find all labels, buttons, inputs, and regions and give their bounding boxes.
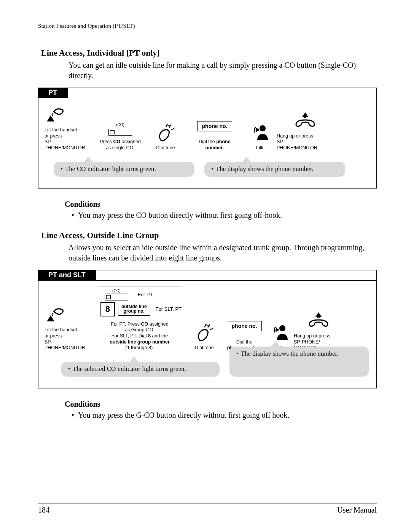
diagram-pt-slt: PT and SLT Lift the handset or press SP-… — [38, 270, 377, 388]
hang-up-icon — [294, 110, 317, 131]
note-selected-co-green: •The selected CO indicator light turns g… — [61, 362, 220, 377]
step1-caption: Lift the handset or press SP-PHONE/MONIT… — [45, 127, 90, 151]
step3-caption-b: Dial tone — [195, 345, 213, 351]
conditions-heading-1: Conditions — [65, 200, 377, 209]
intro-2: Allows you to select an idle outside lin… — [68, 243, 373, 263]
conditions-heading-2: Conditions — [65, 400, 377, 409]
intro-1: You can get an idle outside line for mak… — [68, 60, 373, 81]
heading-line-access-group: Line Access, Outside Line Group — [41, 230, 377, 240]
svg-rect-5 — [317, 316, 320, 318]
step5-caption: Talk. — [255, 145, 265, 151]
page-footer: 184 User Manual — [38, 503, 377, 514]
alt-input-column: (CO) For PT 8 outside line group no. For… — [98, 286, 182, 319]
dial-tone-icon — [193, 321, 215, 343]
note-display-number-b: •The display shows the phone number. — [229, 347, 369, 377]
step2-caption-b: For PT: Press CO assigned as Group-CO. F… — [110, 321, 170, 351]
outside-line-group-box: outside line group no. — [118, 303, 150, 316]
co-small-label: (CO) — [116, 123, 124, 127]
diagram-tab-pt-slt: PT and SLT — [38, 270, 96, 281]
note-display-number: •The display shows the phone number. — [204, 162, 345, 177]
condition-1: •You may press the CO button directly wi… — [72, 211, 368, 220]
talk-icon — [250, 121, 269, 143]
digit-8-box: 8 — [100, 302, 115, 316]
diagram-tab-pt: PT — [38, 88, 68, 98]
doc-title: User Manual — [337, 506, 377, 514]
step4-caption: Dial the phone number. — [190, 139, 239, 151]
svg-point-1 — [257, 129, 259, 131]
step3-caption: Dial tone — [156, 145, 175, 151]
dial-tone-icon — [155, 121, 177, 143]
lift-handset-icon — [45, 104, 66, 125]
phone-no-box: phone no. — [197, 121, 233, 131]
hang-up-icon — [307, 310, 330, 331]
heading-line-access-individual: Line Access, Individual [PT only] — [41, 48, 377, 58]
step6-caption: Hang up or press SP-PHONE/MONITOR. — [277, 133, 326, 151]
condition-2: •You may press the G-CO button directly … — [72, 411, 368, 420]
step2-caption: Press CO assigned as single-CO. — [100, 139, 141, 151]
phone-no-box: phone no. — [227, 321, 262, 331]
running-header: Station Features and Operation (PT/SLT) — [38, 23, 377, 29]
svg-rect-2 — [304, 116, 306, 118]
co-button-icon — [105, 294, 128, 300]
svg-point-3 — [279, 325, 285, 331]
co-button-icon — [108, 129, 132, 136]
step1-caption-b: Lift the handset or press SP-PHONE/MONIT… — [45, 327, 90, 351]
rule-top — [38, 41, 377, 41]
lift-handset-icon — [45, 304, 66, 325]
page-number: 184 — [38, 506, 49, 514]
svg-point-0 — [260, 125, 266, 131]
note-co-green: •The CO indicator light turns green. — [54, 162, 194, 177]
diagram-pt: PT Lift the handset or press SP-PHONE/MO… — [38, 88, 377, 189]
svg-point-4 — [277, 329, 279, 331]
talk-icon — [270, 321, 289, 343]
